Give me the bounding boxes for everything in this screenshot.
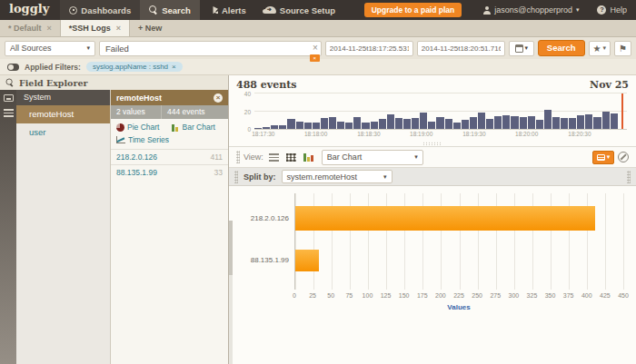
- tab-new[interactable]: + New: [130, 20, 170, 36]
- grid-view-button[interactable]: [284, 152, 298, 163]
- timeline-bar[interactable]: [478, 113, 485, 129]
- pie-chart-link[interactable]: Pie Chart: [116, 123, 168, 132]
- query-notification-badge[interactable]: ×: [310, 54, 320, 62]
- timeline-bar[interactable]: [304, 123, 312, 129]
- timeline-bar[interactable]: [379, 119, 386, 129]
- timeline-bar[interactable]: [470, 117, 477, 129]
- timeline-bar[interactable]: [436, 117, 443, 129]
- pie-chart-label: Pie Chart: [127, 123, 159, 132]
- close-icon[interactable]: ×: [214, 93, 223, 103]
- timeline-bar[interactable]: [263, 127, 270, 129]
- timeline-bar[interactable]: [536, 120, 543, 129]
- filters-toggle-icon[interactable]: [7, 64, 19, 71]
- timeline-bar[interactable]: [502, 115, 510, 129]
- time-series-link[interactable]: Time Series: [116, 135, 223, 144]
- user-menu[interactable]: jasons@chopperprod ▾: [474, 0, 588, 20]
- list-icon[interactable]: [4, 109, 14, 117]
- field-item-remotehost[interactable]: remoteHost: [16, 105, 110, 123]
- events-view-button[interactable]: ▾: [592, 151, 614, 164]
- field-value-count: 33: [214, 168, 223, 177]
- list-view-button[interactable]: [267, 152, 281, 163]
- timeline-bar[interactable]: [520, 117, 527, 129]
- timeline-bar[interactable]: [561, 118, 568, 129]
- help-menu[interactable]: ? Help: [588, 0, 636, 20]
- cloud-icon: [264, 6, 276, 14]
- tab-default[interactable]: * Default ×: [0, 20, 61, 36]
- timeline-bar[interactable]: [585, 114, 592, 129]
- bar-chart-link[interactable]: Bar Chart: [172, 123, 224, 132]
- timeline-bar[interactable]: [569, 118, 576, 129]
- timeline-bar[interactable]: [403, 119, 411, 129]
- drag-handle-icon[interactable]: [234, 171, 238, 183]
- timeline-bar[interactable]: [254, 128, 262, 129]
- bar-chart-icon: [172, 123, 180, 132]
- timeline-bar[interactable]: [321, 118, 328, 129]
- timeline-bar[interactable]: [412, 118, 419, 129]
- drag-handle-icon[interactable]: [627, 171, 631, 183]
- timeline-bar[interactable]: [313, 123, 320, 129]
- timeline-bar[interactable]: [387, 114, 394, 129]
- field-item-user[interactable]: user: [16, 123, 110, 142]
- timeline-bar[interactable]: [511, 116, 518, 129]
- timeline-bar[interactable]: [486, 119, 493, 129]
- clock-disabled-icon[interactable]: [618, 152, 629, 162]
- timeline-bar[interactable]: [362, 123, 369, 129]
- date-from-input[interactable]: [325, 41, 413, 56]
- field-value-row[interactable]: 218.2.0.126 411: [111, 149, 228, 164]
- drawer-icon[interactable]: [4, 94, 14, 102]
- timeline-bar[interactable]: [337, 122, 344, 129]
- drag-handle-icon[interactable]: [236, 151, 240, 163]
- nav-source-setup[interactable]: Source Setup: [255, 0, 344, 20]
- nav-dashboards[interactable]: Dashboards: [60, 0, 140, 20]
- search-query-input[interactable]: [99, 41, 322, 56]
- timeline-bar[interactable]: [296, 122, 303, 129]
- close-icon[interactable]: ×: [47, 24, 52, 33]
- timeline-bar[interactable]: [345, 123, 353, 129]
- search-button[interactable]: Search: [538, 40, 585, 56]
- source-select[interactable]: All Sources ▾: [5, 41, 95, 56]
- timeline-bar[interactable]: [445, 119, 452, 129]
- timeline-bar[interactable]: [353, 117, 361, 129]
- timeline-bar[interactable]: [577, 115, 584, 129]
- split-by-select[interactable]: system.remoteHost ▾: [282, 170, 393, 183]
- bar-chart-bar[interactable]: [295, 250, 319, 271]
- filter-pill[interactable]: syslog.appName : sshd ×: [86, 62, 183, 72]
- timeline-bar[interactable]: [271, 125, 278, 129]
- saved-searches-button[interactable]: ★ ▾: [589, 41, 611, 56]
- upgrade-button[interactable]: Upgrade to a paid plan: [364, 3, 462, 17]
- bar-chart-bar[interactable]: [295, 206, 595, 231]
- field-group-system[interactable]: System: [16, 90, 110, 105]
- timeline-bar[interactable]: [552, 117, 560, 129]
- date-to-input[interactable]: [417, 41, 505, 56]
- timeline-bar[interactable]: [428, 122, 435, 129]
- timeline-bar[interactable]: [544, 110, 552, 129]
- timeline-bar[interactable]: [279, 125, 286, 129]
- timeline-bar[interactable]: [395, 118, 402, 129]
- calendar-button[interactable]: ▾: [509, 41, 534, 56]
- field-value-count: 411: [210, 152, 223, 162]
- field-value-row[interactable]: 88.135.1.99 33: [111, 164, 228, 180]
- close-icon[interactable]: ×: [116, 24, 121, 33]
- bar-chart-category-label: 88.135.1.99: [251, 250, 289, 271]
- flag-button[interactable]: ⚑: [614, 41, 631, 56]
- timeline-bar[interactable]: [453, 123, 461, 129]
- panel-resize-handle[interactable]: [229, 140, 636, 146]
- timeline-bar[interactable]: [528, 116, 535, 129]
- timeline-bar[interactable]: [611, 113, 618, 129]
- timeline-bar[interactable]: [420, 113, 427, 129]
- timeline-bar[interactable]: [329, 117, 336, 129]
- nav-alerts[interactable]: Alerts: [200, 0, 255, 20]
- results-panel: 488 events Nov 25 02040 18:17:3018:18:00…: [229, 75, 636, 364]
- timeline-bar[interactable]: [494, 116, 502, 129]
- chart-view-button[interactable]: [302, 152, 315, 163]
- timeline-bar[interactable]: [462, 120, 469, 129]
- timeline-bar[interactable]: [371, 122, 378, 129]
- clear-query-icon[interactable]: ×: [313, 43, 318, 53]
- nav-search[interactable]: Search: [140, 0, 200, 20]
- chart-type-select[interactable]: Bar Chart ▾: [322, 150, 423, 165]
- close-icon[interactable]: ×: [172, 63, 176, 71]
- timeline-bar[interactable]: [593, 117, 601, 129]
- timeline-bar[interactable]: [602, 112, 610, 129]
- timeline-bar[interactable]: [287, 119, 294, 129]
- tab-ssh-logs[interactable]: *SSH Logs ×: [61, 20, 130, 36]
